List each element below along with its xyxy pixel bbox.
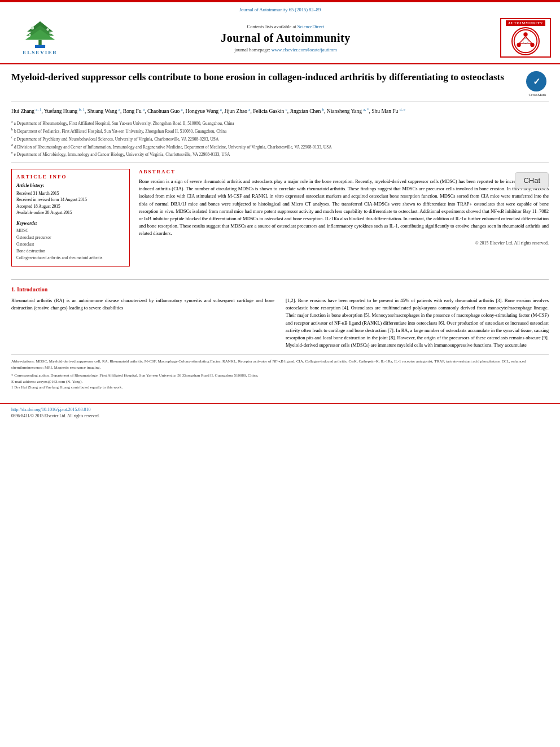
keywords-title: Keywords: bbox=[16, 220, 125, 226]
keyword-bone-destruction: Bone destruction bbox=[16, 248, 125, 255]
abstract-title: ABSTRACT bbox=[139, 169, 549, 174]
affiliation-c: c c Department of Psychiatry and Neurobe… bbox=[11, 135, 549, 142]
intro-left-col: Rheumatoid arthritis (RA) is an autoimmu… bbox=[11, 297, 274, 349]
svg-point-7 bbox=[49, 32, 51, 34]
bottom-bar: http://dx.doi.org/10.1016/j.jaut.2015.08… bbox=[0, 403, 560, 422]
elsevier-wordmark: ELSEVIER bbox=[23, 50, 58, 55]
footnotes-area: Abbreviations: MDSC, Myeloid-derived sup… bbox=[11, 355, 549, 391]
affiliation-d: d d Division of Rheumatology and Center … bbox=[11, 143, 549, 150]
introduction-label: Introduction bbox=[17, 286, 47, 292]
affiliation-a: a a Department of Rheumatology, First Af… bbox=[11, 119, 549, 126]
affiliation-e: e e Department of Microbiology, Immunolo… bbox=[11, 150, 549, 158]
issn-line: 0896-8411/© 2015 Elsevier Ltd. All right… bbox=[11, 413, 549, 418]
svg-rect-8 bbox=[35, 45, 45, 48]
email-footnote: E-mail address: zsuyns@163.com (N. Yang)… bbox=[11, 379, 549, 385]
autoimmunity-badge: AUTOIMMUNITY bbox=[506, 20, 545, 26]
article-title-section: Myeloid-derived suppressor cells contrib… bbox=[11, 71, 549, 102]
journal-citation: Journal of Autoimmunity 65 (2015) 82–89 bbox=[0, 7, 560, 12]
abbreviations-footnote: Abbreviations: MDSC, Myeloid-derived sup… bbox=[11, 359, 549, 370]
autoimmunity-logo-circle bbox=[511, 27, 540, 55]
chat-button[interactable]: CHat bbox=[515, 172, 549, 189]
abstract-text: Bone erosion is a sign of severe rheumat… bbox=[139, 178, 549, 237]
journal-title-center: Contents lists available at ScienceDirec… bbox=[71, 24, 500, 53]
svg-point-10 bbox=[523, 32, 527, 36]
keyword-mdsc: MDSC bbox=[16, 228, 125, 234]
accepted-date: Accepted 18 August 2015 bbox=[16, 203, 125, 209]
copyright-line: © 2015 Elsevier Ltd. All rights reserved… bbox=[139, 241, 549, 246]
crossmark-badge[interactable]: ✓ CrossMark bbox=[526, 71, 549, 97]
journal-logo: AUTOIMMUNITY bbox=[500, 18, 551, 58]
equal-contribution-footnote: 1 Drs Hui Zhang and Yuefang Huang contri… bbox=[11, 385, 549, 391]
contents-available: Contents lists available at ScienceDirec… bbox=[71, 24, 500, 29]
journal-homepage: journal homepage: www.elsevier.com/locat… bbox=[71, 47, 500, 53]
article-info-box: ARTICLE INFO Article history: Received 3… bbox=[11, 169, 130, 267]
sciencedirect-link[interactable]: ScienceDirect bbox=[298, 24, 325, 29]
svg-point-5 bbox=[46, 28, 49, 31]
keywords-section: Keywords: MDSC Osteoclast precursor Oste… bbox=[16, 220, 125, 261]
article-title: Myeloid-derived suppressor cells contrib… bbox=[11, 71, 526, 84]
keyword-osteoclast: Osteoclast bbox=[16, 241, 125, 248]
affiliation-b: b b Department of Pediatrics, First Affi… bbox=[11, 127, 549, 134]
keyword-osteoclast-precursor: Osteoclast precursor bbox=[16, 234, 125, 241]
intro-right-col: [1,2]. Bone erosions have been reported … bbox=[286, 297, 549, 349]
journal-name: Journal of Autoimmunity bbox=[71, 32, 500, 45]
doi-line[interactable]: http://dx.doi.org/10.1016/j.jaut.2015.08… bbox=[11, 407, 549, 412]
article-history-title: Article history: bbox=[16, 183, 125, 188]
elsevier-logo: ELSEVIER bbox=[9, 20, 71, 55]
crossmark-label: CrossMark bbox=[526, 93, 549, 97]
section-separator bbox=[11, 279, 549, 279]
abstract-section: ABSTRACT Bone erosion is a sign of sever… bbox=[139, 169, 549, 246]
keyword-cia: Collagen-induced arthritis and rheumatoi… bbox=[16, 255, 125, 261]
received-revised-label: Received in revised form 14 August 2015 bbox=[16, 196, 125, 203]
received-date: Received 31 March 2015 bbox=[16, 190, 125, 196]
introduction-section-title: 1. Introduction bbox=[11, 286, 549, 292]
section-number: 1. bbox=[11, 286, 16, 292]
crossmark-icon: ✓ bbox=[526, 71, 546, 91]
svg-point-4 bbox=[31, 27, 34, 29]
affiliations-section: a a Department of Rheumatology, First Af… bbox=[11, 119, 549, 163]
available-online: Available online 28 August 2015 bbox=[16, 209, 125, 216]
authors-section: Hui Zhang a, 1, Yuefang Huang b, 1, Shua… bbox=[11, 107, 549, 116]
homepage-url[interactable]: www.elsevier.com/locate/jautimm bbox=[272, 47, 337, 53]
article-info-title: ARTICLE INFO bbox=[16, 174, 125, 180]
corresponding-author-footnote: * Corresponding author. Department of Rh… bbox=[11, 373, 549, 379]
svg-point-6 bbox=[29, 34, 31, 36]
